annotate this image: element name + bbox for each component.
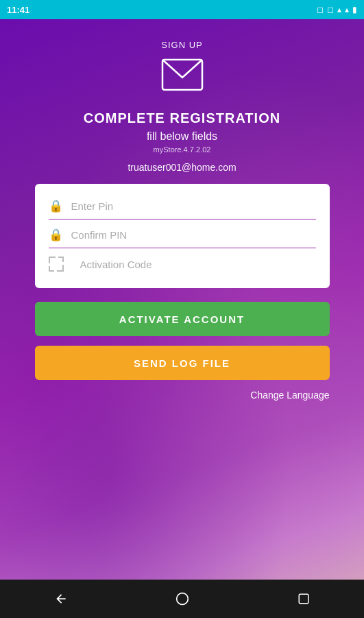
activate-account-button[interactable]: ACTIVATE ACCOUNT — [35, 302, 330, 336]
notification-icon: ◻ — [317, 5, 324, 14]
svg-point-1 — [176, 593, 188, 605]
form-card: 🔒 🔒 — [35, 184, 330, 288]
lock-icon-pin: 🔒 — [49, 199, 63, 213]
confirm-pin-input-row: 🔒 — [49, 219, 316, 248]
send-log-file-button[interactable]: SEND LOG FILE — [35, 346, 330, 380]
version-text: myStore.4.7.2.02 — [154, 145, 211, 154]
user-email: truatuser001@home.com — [128, 162, 236, 173]
status-bar: 11:41 ◻ ◻ ▴ ▴ ▮ — [0, 0, 364, 19]
recents-button[interactable] — [290, 585, 317, 613]
activation-code-input[interactable] — [80, 259, 316, 270]
activation-code-row — [49, 248, 316, 277]
nav-bar — [0, 580, 364, 618]
status-time: 11:41 — [7, 5, 29, 15]
pin-input[interactable] — [71, 200, 316, 212]
signup-label: SIGN UP — [161, 40, 202, 50]
scan-icon — [49, 257, 64, 272]
svg-rect-2 — [299, 594, 308, 604]
signal-icon: ▴ — [345, 5, 349, 14]
envelope-icon — [161, 58, 204, 94]
pin-input-row: 🔒 — [49, 191, 316, 219]
main-content: SIGN UP COMPLETE REGISTRATION fill below… — [0, 19, 364, 580]
lock-icon-confirm: 🔒 — [49, 228, 63, 242]
battery-icon: ▮ — [352, 5, 357, 14]
back-button[interactable] — [47, 585, 75, 613]
confirm-pin-input[interactable] — [71, 229, 316, 241]
status-icons: ◻ ◻ ▴ ▴ ▮ — [317, 5, 357, 14]
form-title: COMPLETE REGISTRATION — [84, 110, 280, 126]
change-language-link[interactable]: Change Language — [35, 390, 330, 401]
sim-icon: ◻ — [327, 5, 334, 14]
home-button[interactable] — [169, 585, 196, 613]
wifi-icon: ▴ — [337, 5, 341, 14]
form-subtitle: fill below fields — [147, 130, 217, 143]
